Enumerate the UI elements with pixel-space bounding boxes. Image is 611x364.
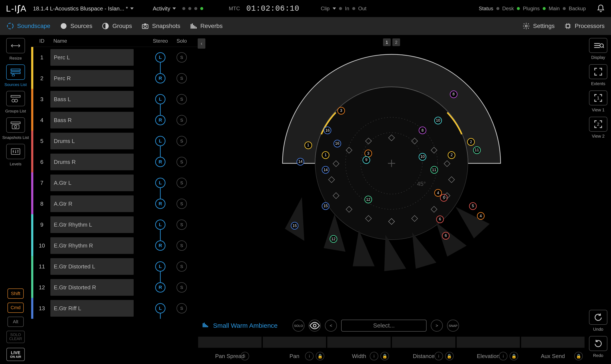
source-node[interactable]: 12 xyxy=(364,196,372,203)
tab-sources[interactable]: Sources xyxy=(60,22,93,30)
lock-icon[interactable]: 🔒 xyxy=(445,352,454,360)
tab-processors[interactable]: Processors xyxy=(564,22,605,30)
table-row[interactable]: 7 A.Gtr L L S xyxy=(31,172,191,193)
table-row[interactable]: 9 E.Gtr Rhythm L L S xyxy=(31,214,191,235)
source-node[interactable]: 4 xyxy=(477,212,485,220)
solo-button[interactable]: S xyxy=(177,178,187,188)
solo-button[interactable]: S xyxy=(177,220,187,230)
source-node[interactable]: 14 xyxy=(296,158,304,166)
lock-icon[interactable]: 🔒 xyxy=(510,352,518,360)
lock-icon[interactable]: 🔒 xyxy=(574,352,583,360)
table-row[interactable]: 5 Drums L L S xyxy=(31,130,191,152)
source-node[interactable]: 16 xyxy=(333,140,341,147)
solo-button[interactable]: S xyxy=(177,52,187,63)
solo-button[interactable]: S xyxy=(177,282,187,293)
stereo-link[interactable]: L xyxy=(149,261,172,272)
activity-menu[interactable]: Activity xyxy=(153,5,176,12)
table-row[interactable]: 13 E.Gtr Riff L L S xyxy=(31,298,191,319)
row-name[interactable]: E.Gtr Distorted L xyxy=(50,258,134,275)
stereo-link[interactable]: L xyxy=(149,94,172,104)
solo-button[interactable]: S xyxy=(177,73,187,83)
solo-clear-button[interactable]: SOLO CLEAR xyxy=(6,331,25,343)
bell-icon[interactable] xyxy=(597,4,605,13)
source-node[interactable]: 1 xyxy=(305,142,312,149)
live-button[interactable]: LIVE ON AIR xyxy=(6,348,25,361)
stereo-link[interactable]: R xyxy=(149,282,172,293)
table-row[interactable]: 8 A.Gtr R R S xyxy=(31,193,191,214)
source-node[interactable]: 11 xyxy=(473,146,481,154)
source-node[interactable]: 10 xyxy=(434,117,442,124)
prev-button[interactable]: < xyxy=(325,320,337,332)
redo-button[interactable] xyxy=(589,336,607,351)
source-node[interactable]: 16 xyxy=(324,127,331,134)
resize-button[interactable] xyxy=(6,38,25,53)
source-node[interactable]: 10 xyxy=(419,153,426,161)
row-name[interactable]: Bass R xyxy=(50,112,134,129)
tab-snapshots[interactable]: Snapshots xyxy=(141,22,180,30)
list-body[interactable]: 1 Perc L L S 2 Perc R R S 3 Bass L L S 4… xyxy=(31,47,198,319)
tab-soundscape[interactable]: Soundscape xyxy=(6,22,50,30)
tab-groups[interactable]: Groups xyxy=(102,22,132,30)
solo-button[interactable]: S xyxy=(177,240,187,251)
param-panspread[interactable]: Pan Spreadi xyxy=(198,336,262,364)
row-name[interactable]: E.Gtr Riff L xyxy=(50,300,134,317)
cmd-key-button[interactable]: Cmd xyxy=(7,302,24,313)
solo-button[interactable]: S xyxy=(177,115,187,125)
info-icon[interactable]: i xyxy=(370,352,378,360)
row-name[interactable]: E.Gtr Rhythm L xyxy=(50,216,134,233)
snap-button[interactable]: SNAP xyxy=(447,320,459,332)
soundscape-canvas[interactable]: ‹ 1 2 xyxy=(198,35,585,364)
row-name[interactable]: Drums R xyxy=(50,154,134,170)
select-dropdown[interactable]: Select... xyxy=(341,320,426,332)
source-node[interactable]: 2 xyxy=(467,138,475,146)
param-width[interactable]: Width🔒i xyxy=(327,336,392,364)
solo-button[interactable]: S xyxy=(177,94,187,104)
next-button[interactable]: > xyxy=(431,320,443,332)
groups-list-button[interactable] xyxy=(6,91,25,106)
info-icon[interactable]: i xyxy=(305,352,314,360)
solo-button[interactable]: S xyxy=(177,261,187,272)
levels-button[interactable] xyxy=(6,144,25,159)
stereo-link[interactable]: L xyxy=(149,178,172,188)
source-node[interactable]: 5 xyxy=(469,202,477,210)
row-name[interactable]: Perc L xyxy=(50,49,134,66)
info-icon[interactable]: i xyxy=(499,352,507,360)
lock-icon[interactable]: 🔒 xyxy=(380,352,389,360)
solo-button[interactable]: S xyxy=(177,303,187,313)
stereo-link[interactable]: L xyxy=(149,303,172,313)
table-row[interactable]: 6 Drums R R S xyxy=(31,152,191,172)
source-node[interactable]: 8 xyxy=(450,91,457,98)
table-row[interactable]: 11 E.Gtr Distorted L L S xyxy=(31,256,191,277)
param-pan[interactable]: Pan🔒i xyxy=(262,336,327,364)
snapshots-list-button[interactable] xyxy=(6,117,25,133)
row-name[interactable]: E.Gtr Distorted R xyxy=(50,279,134,296)
solo-button[interactable]: SOLO xyxy=(292,320,305,332)
row-name[interactable]: A.Gtr R xyxy=(50,195,134,212)
source-node[interactable]: 6 xyxy=(436,216,444,223)
stereo-link[interactable]: R xyxy=(149,240,172,251)
row-name[interactable]: Bass L xyxy=(50,91,134,107)
stereo-link[interactable]: L xyxy=(149,52,172,63)
source-node[interactable]: 8 xyxy=(419,127,426,134)
info-icon[interactable]: i xyxy=(241,352,249,360)
sources-list-button[interactable] xyxy=(6,65,25,80)
extents-button[interactable] xyxy=(589,64,607,79)
source-node[interactable]: 15 xyxy=(291,222,298,230)
table-row[interactable]: 2 Perc R R S xyxy=(31,68,191,89)
row-name[interactable]: A.Gtr L xyxy=(50,175,134,191)
solo-button[interactable]: S xyxy=(177,199,187,209)
lock-icon[interactable]: 🔒 xyxy=(316,352,324,360)
solo-button[interactable]: S xyxy=(177,136,187,146)
stereo-link[interactable]: R xyxy=(149,199,172,209)
table-row[interactable]: 10 E.Gtr Rhythm R R S xyxy=(31,235,191,256)
visibility-button[interactable] xyxy=(309,320,321,332)
row-name[interactable]: Drums L xyxy=(50,133,134,149)
param-distance[interactable]: Distance🔒i xyxy=(392,336,456,364)
tab-reverbs[interactable]: Reverbs xyxy=(190,22,223,30)
project-menu[interactable]: 18.1.4 L-Acoustics Bluspace - Islan... * xyxy=(33,5,133,12)
solo-button[interactable]: S xyxy=(177,157,187,167)
view1-button[interactable]: 1 xyxy=(589,91,607,105)
row-name[interactable]: E.Gtr Rhythm R xyxy=(50,237,134,254)
table-row[interactable]: 3 Bass L L S xyxy=(31,89,191,110)
clip-menu[interactable]: Clip xyxy=(321,6,329,12)
